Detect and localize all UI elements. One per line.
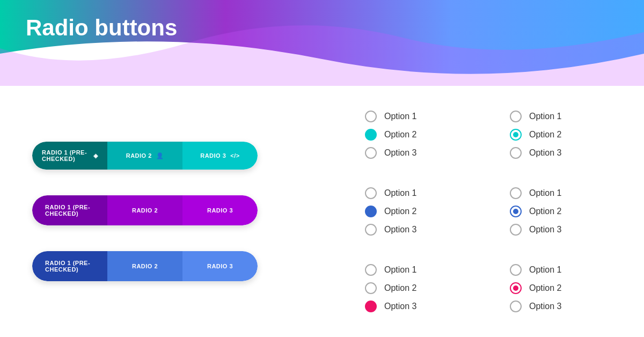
radio-input[interactable] — [365, 147, 377, 159]
teal-radio-1[interactable]: RADIO 1 (PRE-CHECKED) ◈ — [32, 142, 107, 170]
option-label: Option 3 — [529, 225, 561, 235]
option-label: Option 1 — [384, 188, 416, 198]
radio-input[interactable] — [510, 206, 522, 217]
option-label: Option 2 — [529, 130, 561, 140]
list-item[interactable]: Option 2 — [510, 206, 633, 217]
purple-radio-3[interactable]: RADIO 3 — [182, 195, 258, 225]
blue-radio-1-label: RADIO 1 (PRE-CHECKED) — [45, 260, 94, 273]
list-item[interactable]: Option 1 — [510, 187, 633, 199]
teal-radio-3-label: RADIO 3 — [200, 152, 226, 159]
radio-input[interactable] — [365, 264, 377, 276]
main-content: RADIO 1 (PRE-CHECKED) ◈ RADIO 2 👤 RADIO … — [0, 86, 644, 337]
list-item[interactable]: Option 3 — [365, 224, 488, 236]
option-label: Option 1 — [529, 188, 561, 198]
list-item[interactable]: Option 2 — [510, 129, 633, 141]
purple-radio-group: RADIO 1 (PRE-CHECKED) RADIO 2 RADIO 3 — [32, 195, 258, 225]
list-item[interactable]: Option 3 — [510, 301, 633, 312]
option-label: Option 2 — [529, 207, 561, 216]
code-icon: </> — [230, 152, 239, 159]
radio-input[interactable] — [510, 129, 522, 141]
blue-radio-1[interactable]: RADIO 1 (PRE-CHECKED) — [32, 251, 107, 281]
user-icon: 👤 — [156, 152, 164, 159]
option-label: Option 2 — [384, 283, 416, 293]
radio-input[interactable] — [365, 129, 377, 141]
option-label: Option 2 — [384, 130, 416, 140]
page-title: Radio buttons — [26, 15, 177, 41]
blue-radio-2-label: RADIO 2 — [132, 263, 158, 269]
teal-radio-1-label: RADIO 1 (PRE-CHECKED) — [42, 149, 89, 162]
radio-input[interactable] — [510, 301, 522, 312]
radio-input[interactable] — [510, 111, 522, 122]
list-item[interactable]: Option 1 — [510, 111, 633, 122]
purple-radio-1[interactable]: RADIO 1 (PRE-CHECKED) — [32, 195, 107, 225]
option-label: Option 3 — [529, 302, 561, 311]
list-item[interactable]: Option 1 — [365, 187, 488, 199]
list-item[interactable]: Option 1 — [365, 111, 488, 122]
purple-radio-1-label: RADIO 1 (PRE-CHECKED) — [45, 204, 94, 217]
radio-input[interactable] — [510, 282, 522, 294]
radio-input[interactable] — [365, 301, 377, 312]
list-item[interactable]: Option 3 — [365, 301, 488, 312]
list-item[interactable]: Option 3 — [510, 147, 633, 159]
radio-input[interactable] — [365, 224, 377, 236]
teal-radio-2-label: RADIO 2 — [126, 152, 152, 159]
list-item[interactable]: Option 1 — [510, 264, 633, 276]
option-label: Option 1 — [384, 112, 416, 121]
option-label: Option 2 — [384, 207, 416, 216]
list-item[interactable]: Option 3 — [365, 147, 488, 159]
purple-radio-2[interactable]: RADIO 2 — [107, 195, 182, 225]
option-label: Option 3 — [529, 148, 561, 158]
radio-group-6: Option 1 Option 2 Option 3 — [499, 250, 644, 326]
purple-radio-2-label: RADIO 2 — [132, 207, 158, 214]
option-label: Option 3 — [384, 148, 416, 158]
blue-radio-2[interactable]: RADIO 2 — [107, 251, 182, 281]
radio-group-4: Option 1 Option 2 Option 3 — [499, 173, 644, 250]
list-item[interactable]: Option 3 — [510, 224, 633, 236]
diamond-icon: ◈ — [93, 152, 98, 159]
blue-radio-3-label: RADIO 3 — [207, 263, 233, 269]
radio-input[interactable] — [510, 264, 522, 276]
blue-radio-3[interactable]: RADIO 3 — [182, 251, 258, 281]
radio-input[interactable] — [510, 187, 522, 199]
teal-radio-3[interactable]: RADIO 3 </> — [182, 142, 258, 170]
option-label: Option 1 — [529, 265, 561, 275]
option-label: Option 1 — [384, 265, 416, 275]
option-label: Option 3 — [384, 302, 416, 311]
list-item[interactable]: Option 2 — [365, 282, 488, 294]
radio-options-panel: Option 1 Option 2 Option 3 Option 1 Opti… — [354, 86, 644, 337]
button-groups-panel: RADIO 1 (PRE-CHECKED) ◈ RADIO 2 👤 RADIO … — [0, 86, 354, 337]
radio-input[interactable] — [510, 147, 522, 159]
radio-input[interactable] — [510, 224, 522, 236]
radio-group-2: Option 1 Option 2 Option 3 — [499, 97, 644, 173]
option-label: Option 3 — [384, 225, 416, 235]
option-label: Option 2 — [529, 283, 561, 293]
blue-radio-group: RADIO 1 (PRE-CHECKED) RADIO 2 RADIO 3 — [32, 251, 258, 281]
radio-group-1: Option 1 Option 2 Option 3 — [354, 97, 499, 173]
radio-input[interactable] — [365, 187, 377, 199]
radio-input[interactable] — [365, 282, 377, 294]
radio-group-3: Option 1 Option 2 Option 3 — [354, 173, 499, 250]
teal-radio-2[interactable]: RADIO 2 👤 — [107, 142, 182, 170]
radio-input[interactable] — [365, 111, 377, 122]
purple-radio-3-label: RADIO 3 — [207, 207, 233, 214]
radio-input[interactable] — [365, 206, 377, 217]
option-label: Option 1 — [529, 112, 561, 121]
list-item[interactable]: Option 1 — [365, 264, 488, 276]
radio-group-5: Option 1 Option 2 Option 3 — [354, 250, 499, 326]
list-item[interactable]: Option 2 — [510, 282, 633, 294]
list-item[interactable]: Option 2 — [365, 129, 488, 141]
list-item[interactable]: Option 2 — [365, 206, 488, 217]
teal-radio-group: RADIO 1 (PRE-CHECKED) ◈ RADIO 2 👤 RADIO … — [32, 142, 258, 170]
